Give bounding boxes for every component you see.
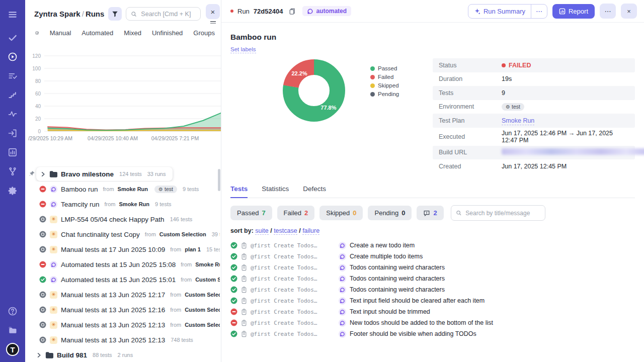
test-row[interactable]: @first Create Todos…Text input field sho… bbox=[230, 295, 635, 306]
legend-item-skipped[interactable]: Skipped bbox=[370, 82, 399, 88]
test-row[interactable]: @first Create Todos…Todos containing wei… bbox=[230, 273, 635, 284]
comments-chip[interactable]: 2 bbox=[417, 206, 443, 220]
help-icon[interactable] bbox=[0, 302, 25, 321]
analytics-nav-icon[interactable] bbox=[0, 105, 25, 124]
runs-search-input[interactable] bbox=[140, 10, 196, 18]
test-row[interactable]: @first Create Todos…Footer should be vis… bbox=[230, 328, 635, 339]
run-row[interactable]: ✳LMP-554 05/04 check Happy Path146 tests bbox=[25, 212, 220, 227]
import-nav-icon[interactable] bbox=[0, 124, 25, 143]
steps-nav-icon[interactable] bbox=[0, 85, 25, 105]
tests-search-input[interactable] bbox=[464, 209, 540, 217]
info-value: Jun 17, 2025 12:46 PM → Jun 17, 2025 12:… bbox=[502, 130, 629, 144]
page-title: Runs bbox=[86, 10, 105, 18]
env-badge[interactable]: ⚙test bbox=[502, 103, 524, 111]
from-word: from bbox=[103, 186, 114, 192]
legend-item-pending[interactable]: Pending bbox=[370, 91, 399, 97]
info-label: Build URL bbox=[439, 149, 502, 156]
tab-statistics[interactable]: Statistics bbox=[262, 185, 289, 198]
y-tick-label: 80 bbox=[35, 78, 41, 84]
pin-icon bbox=[29, 170, 35, 177]
info-value: Jun 17, 2025 12:45 PM bbox=[502, 163, 567, 170]
more-actions-button[interactable]: ⋯ bbox=[600, 4, 616, 19]
app-logo[interactable]: T bbox=[6, 343, 19, 356]
settings-nav-icon[interactable] bbox=[0, 181, 25, 200]
run-detail-content: Bamboo run Set labels 77.8%22.2% PassedF… bbox=[221, 23, 644, 339]
plans-nav-icon[interactable] bbox=[0, 66, 25, 85]
test-row[interactable]: @first Create Todos…New todos should be … bbox=[230, 317, 635, 328]
gear-icon: ⚙ bbox=[506, 104, 510, 110]
test-row[interactable]: @first Create Todos…Create multiple todo… bbox=[230, 251, 635, 262]
projects-icon[interactable] bbox=[0, 321, 25, 340]
close-run-button[interactable]: × bbox=[621, 4, 637, 19]
nav-sidebar: T bbox=[0, 0, 25, 362]
run-type-tab-mixed[interactable]: Mixed bbox=[124, 29, 141, 37]
run-name: Manual tests at 13 Jun 2025 12:13 bbox=[61, 336, 165, 344]
select-runs-icon[interactable] bbox=[35, 29, 39, 37]
pinned-folder-card[interactable]: Bravo milestone124 tests33 runs bbox=[36, 167, 173, 181]
sort-link-testcase[interactable]: testcase bbox=[274, 227, 297, 235]
test-plan-link[interactable]: Smoke Run bbox=[502, 117, 534, 125]
sort-link-suite[interactable]: suite bbox=[255, 227, 268, 235]
test-row[interactable]: @first Create Todos…Text input should be… bbox=[230, 306, 635, 317]
test-title: Create a new todo item bbox=[350, 242, 415, 249]
test-row[interactable]: @first Create Todos…Todos containing wei… bbox=[230, 262, 635, 273]
automated-run-icon bbox=[339, 275, 346, 283]
passed-status-icon bbox=[230, 242, 237, 249]
run-folder-row[interactable]: Bravo milestone124 tests33 runs bbox=[25, 166, 220, 182]
run-row[interactable]: Automated tests at 15 Jun 2025 15:01from… bbox=[25, 272, 220, 287]
automated-badge[interactable]: automated bbox=[302, 6, 351, 16]
run-tests-count: 39 tests bbox=[212, 231, 220, 237]
test-row[interactable]: @first Create Todos…Create a new todo it… bbox=[230, 240, 635, 251]
run-type-tab-automated[interactable]: Automated bbox=[82, 29, 113, 37]
run-plan: Custom Selection bbox=[195, 277, 220, 283]
branches-nav-icon[interactable] bbox=[0, 162, 25, 181]
report-button[interactable]: Report bbox=[552, 4, 595, 19]
copy-run-id-button[interactable] bbox=[288, 8, 295, 15]
info-row-test-plan: Test PlanSmoke Run bbox=[433, 114, 635, 128]
set-labels-link[interactable]: Set labels bbox=[230, 46, 256, 53]
run-row[interactable]: Bamboo runfromSmoke Run⚙test9 tests bbox=[25, 182, 220, 197]
test-row[interactable]: @first Create Todos…Todos containing wei… bbox=[230, 284, 635, 295]
run-folder-row[interactable]: Build 98188 tests2 runs bbox=[25, 347, 220, 362]
hamburger-menu-icon[interactable] bbox=[0, 5, 25, 24]
run-row[interactable]: ✳Manual tests at 13 Jun 2025 12:13fromCu… bbox=[25, 317, 220, 332]
sort-link-failure[interactable]: failure bbox=[302, 227, 319, 235]
run-summary-button[interactable]: Run Summary bbox=[468, 5, 531, 18]
clipboard-icon bbox=[241, 331, 247, 337]
filter-button[interactable] bbox=[108, 7, 122, 21]
tab-tests[interactable]: Tests bbox=[230, 185, 248, 198]
run-type-tab-unfinished[interactable]: Unfinished bbox=[152, 29, 183, 37]
filter-chip-pending[interactable]: Pending0 bbox=[368, 206, 412, 220]
build-url-value bbox=[502, 148, 644, 156]
mixed-run-icon: ✳ bbox=[50, 321, 57, 329]
run-row[interactable]: ✳Manual tests at 13 Jun 2025 12:17fromCu… bbox=[25, 287, 220, 302]
runs-list: Bravo milestone124 tests33 runsBamboo ru… bbox=[25, 166, 220, 362]
run-summary-more-button[interactable]: ⋯ bbox=[531, 5, 547, 18]
panel-close-button[interactable]: × bbox=[206, 4, 220, 19]
redacted-build-url[interactable] bbox=[502, 148, 644, 155]
filter-chip-passed[interactable]: Passed7 bbox=[230, 206, 272, 220]
tests-nav-icon[interactable] bbox=[0, 28, 25, 47]
filter-chip-failed[interactable]: Failed2 bbox=[277, 206, 315, 220]
run-row[interactable]: ✳Chat functinality test CopyfromCustom S… bbox=[25, 227, 220, 242]
run-row[interactable]: ✳Manual tests at 17 Jun 2025 10:09frompl… bbox=[25, 242, 220, 257]
neutral-status-icon bbox=[39, 231, 46, 238]
run-type-tab-groups[interactable]: Groups bbox=[193, 29, 215, 37]
run-row[interactable]: Teamcity runfromSmoke Run9 tests bbox=[25, 197, 220, 212]
scrollbar-thumb[interactable] bbox=[218, 169, 220, 191]
tab-defects[interactable]: Defects bbox=[303, 185, 326, 198]
donut-data-label: 77.8% bbox=[320, 105, 336, 111]
run-row[interactable]: ✳Manual tests at 13 Jun 2025 12:13748 te… bbox=[25, 332, 220, 347]
runs-search bbox=[126, 7, 201, 21]
filter-chip-skipped[interactable]: Skipped0 bbox=[319, 206, 363, 220]
legend-item-failed[interactable]: Failed bbox=[370, 74, 399, 80]
reports-nav-icon[interactable] bbox=[0, 143, 25, 162]
run-row[interactable]: Automated tests at 15 Jun 2025 15:08from… bbox=[25, 257, 220, 272]
run-row[interactable]: ✳Manual tests at 13 Jun 2025 12:16fromCu… bbox=[25, 302, 220, 317]
clipboard-icon bbox=[241, 276, 247, 282]
neutral-status-icon bbox=[39, 216, 46, 223]
from-word: from bbox=[170, 246, 181, 252]
runs-nav-icon[interactable] bbox=[0, 47, 25, 66]
legend-item-passed[interactable]: Passed bbox=[370, 65, 399, 71]
run-type-tab-manual[interactable]: Manual bbox=[50, 29, 71, 37]
